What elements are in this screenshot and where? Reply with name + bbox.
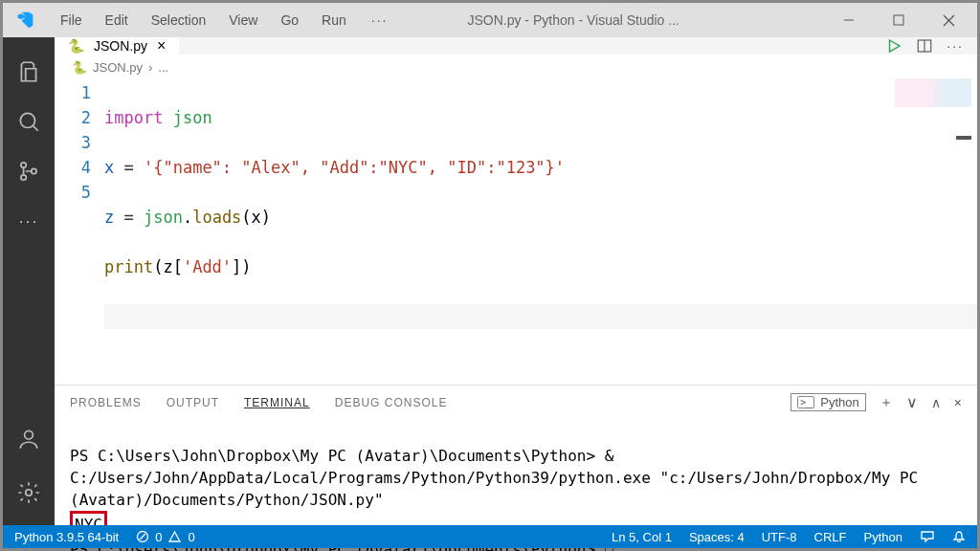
svg-point-7: [21, 175, 26, 180]
tab-output[interactable]: OUTPUT: [167, 396, 219, 409]
menu-view[interactable]: View: [219, 9, 267, 32]
status-cursor-pos[interactable]: Ln 5, Col 1: [612, 530, 672, 544]
tab-bar: 🐍 JSON.py × ···: [55, 37, 977, 55]
status-spaces[interactable]: Spaces: 4: [689, 530, 745, 544]
tab-close-icon[interactable]: ×: [157, 37, 166, 55]
terminal-line: PS C:\Users\John\Dropbox\My PC (Avatar)\…: [70, 447, 927, 509]
status-language[interactable]: Python: [864, 530, 902, 544]
new-terminal-icon[interactable]: ＋: [880, 394, 893, 411]
minimap[interactable]: [895, 78, 971, 107]
minimize-icon[interactable]: [828, 6, 870, 34]
svg-point-10: [26, 490, 33, 496]
code-content[interactable]: import json x = '{"name": "Alex", "Add":…: [104, 75, 977, 385]
search-icon[interactable]: [6, 99, 52, 144]
close-panel-icon[interactable]: ×: [954, 395, 962, 410]
menu-overflow-icon[interactable]: ···: [364, 9, 396, 32]
run-icon[interactable]: [885, 37, 902, 55]
status-python-env[interactable]: Python 3.9.5 64-bit: [14, 530, 119, 544]
svg-point-4: [20, 113, 34, 127]
svg-rect-1: [894, 15, 903, 25]
svg-point-9: [25, 430, 33, 439]
tab-label: JSON.py: [94, 38, 147, 54]
menu-go[interactable]: Go: [271, 9, 308, 32]
activity-bar: ···: [3, 37, 55, 525]
tab-terminal[interactable]: TERMINAL: [244, 396, 310, 409]
tab-debug-console[interactable]: DEBUG CONSOLE: [335, 396, 448, 409]
breadcrumb[interactable]: 🐍 JSON.py › ...: [55, 55, 977, 75]
maximize-panel-icon[interactable]: ∧: [931, 395, 941, 410]
status-encoding[interactable]: UTF-8: [762, 530, 797, 544]
overflow-icon[interactable]: ···: [6, 198, 52, 244]
editor-more-icon[interactable]: ···: [947, 38, 964, 54]
svg-point-6: [21, 163, 26, 167]
svg-line-5: [33, 125, 37, 130]
title-bar: File Edit Selection View Go Run ··· JSON…: [3, 3, 977, 37]
settings-gear-icon[interactable]: [6, 470, 52, 516]
panel-tabs: PROBLEMS OUTPUT TERMINAL DEBUG CONSOLE P…: [55, 386, 977, 411]
python-file-icon: 🐍: [72, 60, 87, 75]
menu-file[interactable]: File: [51, 9, 92, 32]
maximize-icon[interactable]: [878, 6, 920, 34]
split-terminal-icon[interactable]: ∨: [906, 393, 918, 411]
window-title: JSON.py - Python - Visual Studio ...: [395, 12, 828, 28]
code-editor[interactable]: 12345 import json x = '{"name": "Alex", …: [55, 75, 977, 385]
tab-json-py[interactable]: 🐍 JSON.py ×: [55, 37, 179, 55]
close-icon[interactable]: [927, 6, 969, 34]
status-bar: Python 3.9.5 64-bit 0 0 Ln 5, Col 1 Spac…: [3, 525, 977, 548]
menu-run[interactable]: Run: [312, 9, 356, 32]
menu-bar: File Edit Selection View Go Run: [51, 9, 356, 32]
account-icon[interactable]: [6, 416, 52, 462]
terminal-selector[interactable]: Python: [791, 393, 866, 411]
svg-point-8: [32, 168, 36, 173]
tab-problems[interactable]: PROBLEMS: [70, 396, 142, 409]
menu-selection[interactable]: Selection: [142, 9, 216, 32]
source-control-icon[interactable]: [6, 148, 52, 194]
explorer-icon[interactable]: [6, 49, 52, 95]
vscode-logo-icon: [11, 6, 39, 34]
split-editor-icon[interactable]: [916, 37, 933, 55]
editor-area: 🐍 JSON.py × ··· 🐍 JSON.py: [55, 37, 977, 525]
status-feedback-icon[interactable]: [920, 530, 935, 543]
overview-ruler-mark: [956, 136, 971, 140]
python-file-icon: 🐍: [68, 38, 84, 54]
menu-edit[interactable]: Edit: [96, 9, 138, 32]
svg-line-14: [140, 534, 145, 540]
status-eol[interactable]: CRLF: [814, 530, 847, 544]
status-problems[interactable]: 0 0: [136, 530, 194, 544]
status-bell-icon[interactable]: [952, 530, 966, 543]
gutter: 12345: [55, 75, 104, 385]
